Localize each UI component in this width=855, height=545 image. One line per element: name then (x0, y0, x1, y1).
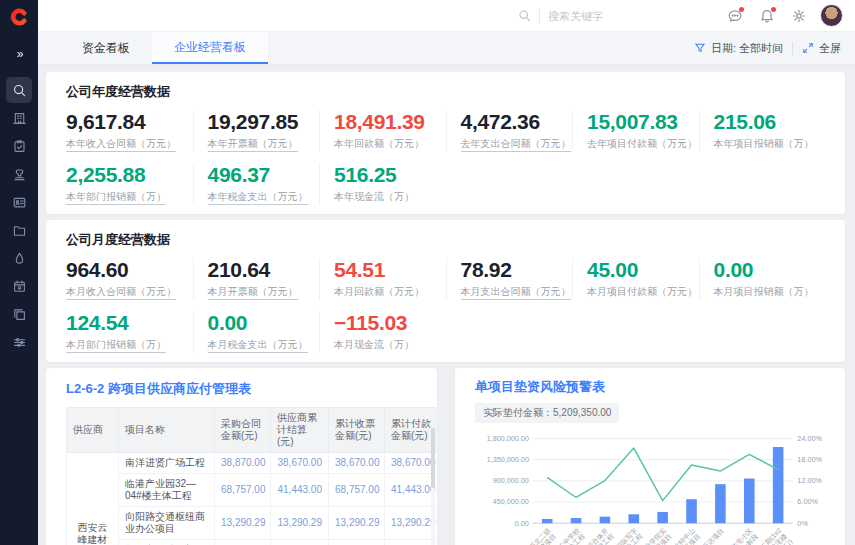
brand-logo[interactable] (0, 0, 38, 33)
search-icon[interactable] (518, 9, 531, 22)
message-button[interactable] (724, 5, 746, 27)
svg-text:0%: 0% (797, 519, 808, 528)
kpi-value: 18,491.39 (334, 110, 446, 133)
amount-cell[interactable]: 45,000.00 (329, 540, 385, 545)
kpi-annual: 9,617.84本年收入合同额（万元） (66, 110, 193, 152)
supplier-table-title[interactable]: L2-6-2 跨项目供应商应付管理表 (66, 380, 427, 398)
amount-cell[interactable]: 56,000.00 (215, 540, 271, 545)
risk-chart-svg: 1,800,000.0024.00%1,350,000.0018.00%900,… (475, 427, 833, 545)
user-avatar[interactable] (820, 4, 843, 27)
kpi-label[interactable]: 本年开票额（万元） (208, 138, 298, 152)
sidebar-item-stamp[interactable] (6, 161, 32, 187)
gear-button[interactable] (788, 5, 810, 27)
brand-logo-c-icon (9, 7, 29, 27)
table-header-row: 供应商项目名称采购合同金额(元)供应商累计结算(元)累计收票金额(元)累计付款金… (67, 408, 438, 453)
dashboard-content: 公司年度经营数据 9,617.84本年收入合同额（万元）19,297.85本年开… (38, 65, 855, 545)
fullscreen-expand-icon (802, 42, 814, 54)
bar-平北二级基建项目[interactable] (542, 519, 553, 523)
annual-kpi-row-1: 9,617.84本年收入合同额（万元）19,297.85本年开票额（万元）18,… (66, 110, 825, 152)
kpi-label[interactable]: 本月开票额（万元） (208, 286, 298, 300)
amount-cell[interactable]: 33,000.00 (385, 540, 438, 545)
bar-定波学府二期(1#2#3#4#5#住宅楼、地下车库及门口)[interactable] (773, 447, 784, 523)
search-input[interactable] (548, 10, 658, 22)
monthly-data-card: 公司月度经营数据 964.60本月收入合同额（万元）210.64本月开票额（万元… (46, 220, 845, 362)
search-divider (539, 9, 540, 23)
amount-cell[interactable]: 45,000.00 (271, 540, 329, 545)
amount-cell[interactable]: 13,290.29 (329, 507, 385, 540)
bar-嘉诚万达项目[interactable] (715, 484, 726, 523)
bar-第二中学校内装修工程[interactable] (571, 518, 582, 523)
table-row: 临港产业园32—04#楼主体工程68,757.0041,443.0068,757… (67, 474, 438, 507)
bell-button[interactable] (756, 5, 778, 27)
sidebar-item-folder[interactable] (6, 217, 32, 243)
tab-funds-dashboard[interactable]: 资金看板 (60, 32, 152, 64)
amount-cell[interactable]: 38,670.00 (271, 453, 329, 474)
monthly-card-title: 公司月度经营数据 (66, 231, 825, 249)
kpi-label[interactable]: 本年税金支出（万元） (208, 191, 308, 205)
tabbar-tools: 日期: 全部时间 全屏 (694, 32, 855, 64)
kpi-monthly: 45.00本月项目付款额（万元） (572, 258, 699, 300)
kpi-label: 本年现金流（万） (334, 191, 414, 203)
date-filter[interactable]: 日期: 全部时间 (694, 41, 783, 56)
amount-cell[interactable]: 41,443.00 (385, 474, 438, 507)
kpi-label[interactable]: 本月税金支出（万元） (208, 339, 308, 353)
svg-text:24.00%: 24.00% (797, 434, 822, 443)
kpi-value: 78.92 (461, 258, 573, 281)
kpi-annual: 18,491.39本年回款额（万元） (319, 110, 446, 152)
kpi-label[interactable]: 本月支出合同额（万元） (461, 286, 571, 300)
sidebar-item-water-drop[interactable] (6, 245, 32, 271)
sidebar-item-equalizer[interactable] (6, 329, 32, 355)
kpi-value: 0.00 (714, 258, 826, 281)
risk-card-title[interactable]: 单项目垫资风险预警表 (475, 378, 833, 396)
kpi-monthly: 0.00本月税金支出（万元） (193, 311, 320, 353)
amount-cell[interactable]: 13,290.29 (385, 507, 438, 540)
table-col-header: 累计付款金额(元) (385, 408, 438, 453)
search-icon (12, 83, 27, 98)
id-card-icon (12, 195, 27, 210)
amount-cell[interactable]: 41,443.00 (271, 474, 329, 507)
sidebar-icon-list (6, 77, 32, 357)
kpi-annual: 15,007.83去年项目付款额（万元） (572, 110, 699, 152)
sidebar-item-clipboard-check[interactable] (6, 133, 32, 159)
amount-cell[interactable]: 68,757.00 (215, 474, 271, 507)
fullscreen-button[interactable]: 全屏 (802, 41, 841, 56)
amount-cell[interactable]: 68,757.00 (329, 474, 385, 507)
amount-cell[interactable]: 38,670.00 (385, 453, 438, 474)
kpi-label: 本月项目付款额（万元） (587, 286, 697, 298)
bar-天风苑住宅小区精装修第一标段[interactable] (744, 479, 755, 524)
monthly-kpi-row-2: 124.54本月部门报销额（万）0.00本月税金支出（万元）−115.03本月现… (66, 311, 825, 353)
kpi-annual: 2,255.88本年部门报销额（万） (66, 163, 193, 205)
kpi-label[interactable]: 本年部门报销额（万） (66, 191, 166, 205)
svg-text:450,000.00: 450,000.00 (493, 497, 529, 506)
amount-cell[interactable]: 38,670.00 (329, 453, 385, 474)
amount-cell[interactable]: 13,290.29 (271, 507, 329, 540)
bar-党建汇综合体开发项目二期工程[interactable] (600, 517, 611, 524)
kpi-label[interactable]: 本月部门报销额（万） (66, 339, 166, 353)
bar-鸿鑫职业学院实训基地建设项目[interactable] (657, 512, 668, 523)
kpi-monthly: 964.60本月收入合同额（万元） (66, 258, 193, 300)
kpi-value: 4,472.36 (461, 110, 573, 133)
sidebar-item-calendar[interactable] (6, 273, 32, 299)
amount-cell[interactable]: 38,870.00 (215, 453, 271, 474)
tab-enterprise-dashboard[interactable]: 企业经营看板 (152, 32, 268, 64)
sidebar-expand-chevrons[interactable]: » (17, 47, 22, 61)
kpi-annual: 19,297.85本年开票额（万元） (193, 110, 320, 152)
bar-奥比特中山小区项目[interactable] (686, 499, 697, 523)
dashboard-tabbar: 资金看板 企业经营看板 日期: 全部时间 全屏 (38, 32, 855, 65)
sidebar-item-layers[interactable] (6, 301, 32, 327)
risk-warning-card: 单项目垫资风险预警表 实际垫付金额：5,209,350.00 1,800,000… (455, 368, 845, 545)
table-col-header: 项目名称 (119, 408, 215, 453)
sidebar-item-id-card[interactable] (6, 189, 32, 215)
kpi-label[interactable]: 本月收入合同额（万元） (66, 286, 176, 300)
amount-cell[interactable]: 13,290.29 (215, 507, 271, 540)
sidebar-item-building[interactable] (6, 105, 32, 131)
kpi-label[interactable]: 本年收入合同额（万元） (66, 138, 176, 152)
kpi-value: 19,297.85 (208, 110, 320, 133)
bar-安淳国际写字楼配电工程[interactable] (628, 514, 639, 523)
ratio-line[interactable] (547, 448, 778, 501)
kpi-value: 45.00 (587, 258, 699, 281)
sidebar-item-search[interactable] (6, 77, 32, 103)
kpi-value: 0.00 (208, 311, 320, 334)
table-scrollbar-thumb[interactable] (431, 428, 435, 488)
kpi-label[interactable]: 去年支出合同额（万元） (461, 138, 571, 152)
